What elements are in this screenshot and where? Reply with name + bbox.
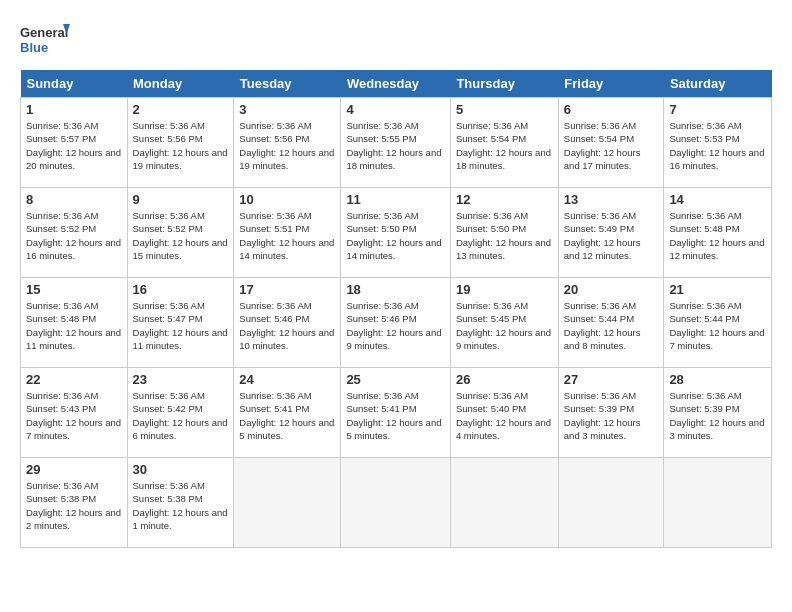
day-number: 21 — [669, 282, 766, 297]
day-info: Sunrise: 5:36 AMSunset: 5:39 PMDaylight:… — [669, 390, 764, 441]
calendar-cell: 4 Sunrise: 5:36 AMSunset: 5:55 PMDayligh… — [341, 98, 451, 188]
day-number: 20 — [564, 282, 659, 297]
logo: General Blue — [20, 20, 70, 60]
day-info: Sunrise: 5:36 AMSunset: 5:56 PMDaylight:… — [239, 120, 334, 171]
day-number: 14 — [669, 192, 766, 207]
calendar-cell: 9 Sunrise: 5:36 AMSunset: 5:52 PMDayligh… — [127, 188, 234, 278]
day-number: 18 — [346, 282, 445, 297]
header: General Blue — [20, 20, 772, 60]
day-info: Sunrise: 5:36 AMSunset: 5:41 PMDaylight:… — [239, 390, 334, 441]
weekday-header-thursday: Thursday — [450, 70, 558, 98]
day-number: 8 — [26, 192, 122, 207]
calendar-cell: 8 Sunrise: 5:36 AMSunset: 5:52 PMDayligh… — [21, 188, 128, 278]
day-number: 13 — [564, 192, 659, 207]
calendar-cell: 29 Sunrise: 5:36 AMSunset: 5:38 PMDaylig… — [21, 458, 128, 548]
day-number: 26 — [456, 372, 553, 387]
day-info: Sunrise: 5:36 AMSunset: 5:49 PMDaylight:… — [564, 210, 641, 261]
day-number: 9 — [133, 192, 229, 207]
day-info: Sunrise: 5:36 AMSunset: 5:51 PMDaylight:… — [239, 210, 334, 261]
day-info: Sunrise: 5:36 AMSunset: 5:44 PMDaylight:… — [564, 300, 641, 351]
day-info: Sunrise: 5:36 AMSunset: 5:54 PMDaylight:… — [456, 120, 551, 171]
calendar-cell: 28 Sunrise: 5:36 AMSunset: 5:39 PMDaylig… — [664, 368, 772, 458]
day-info: Sunrise: 5:36 AMSunset: 5:53 PMDaylight:… — [669, 120, 764, 171]
day-info: Sunrise: 5:36 AMSunset: 5:56 PMDaylight:… — [133, 120, 228, 171]
day-number: 22 — [26, 372, 122, 387]
day-number: 28 — [669, 372, 766, 387]
weekday-header-monday: Monday — [127, 70, 234, 98]
day-number: 30 — [133, 462, 229, 477]
calendar-cell: 3 Sunrise: 5:36 AMSunset: 5:56 PMDayligh… — [234, 98, 341, 188]
calendar-week-row: 15 Sunrise: 5:36 AMSunset: 5:48 PMDaylig… — [21, 278, 772, 368]
calendar-cell: 22 Sunrise: 5:36 AMSunset: 5:43 PMDaylig… — [21, 368, 128, 458]
day-info: Sunrise: 5:36 AMSunset: 5:42 PMDaylight:… — [133, 390, 228, 441]
calendar-cell: 18 Sunrise: 5:36 AMSunset: 5:46 PMDaylig… — [341, 278, 451, 368]
day-info: Sunrise: 5:36 AMSunset: 5:50 PMDaylight:… — [346, 210, 441, 261]
calendar-cell: 7 Sunrise: 5:36 AMSunset: 5:53 PMDayligh… — [664, 98, 772, 188]
day-number: 23 — [133, 372, 229, 387]
day-info: Sunrise: 5:36 AMSunset: 5:46 PMDaylight:… — [239, 300, 334, 351]
day-info: Sunrise: 5:36 AMSunset: 5:46 PMDaylight:… — [346, 300, 441, 351]
weekday-header-saturday: Saturday — [664, 70, 772, 98]
weekday-header-wednesday: Wednesday — [341, 70, 451, 98]
calendar-cell — [341, 458, 451, 548]
calendar-cell: 10 Sunrise: 5:36 AMSunset: 5:51 PMDaylig… — [234, 188, 341, 278]
day-info: Sunrise: 5:36 AMSunset: 5:54 PMDaylight:… — [564, 120, 641, 171]
day-number: 17 — [239, 282, 335, 297]
calendar-week-row: 29 Sunrise: 5:36 AMSunset: 5:38 PMDaylig… — [21, 458, 772, 548]
weekday-header-sunday: Sunday — [21, 70, 128, 98]
day-info: Sunrise: 5:36 AMSunset: 5:43 PMDaylight:… — [26, 390, 121, 441]
day-info: Sunrise: 5:36 AMSunset: 5:41 PMDaylight:… — [346, 390, 441, 441]
calendar-cell: 24 Sunrise: 5:36 AMSunset: 5:41 PMDaylig… — [234, 368, 341, 458]
calendar-cell: 11 Sunrise: 5:36 AMSunset: 5:50 PMDaylig… — [341, 188, 451, 278]
day-info: Sunrise: 5:36 AMSunset: 5:48 PMDaylight:… — [26, 300, 121, 351]
day-info: Sunrise: 5:36 AMSunset: 5:45 PMDaylight:… — [456, 300, 551, 351]
day-number: 5 — [456, 102, 553, 117]
day-number: 16 — [133, 282, 229, 297]
day-number: 12 — [456, 192, 553, 207]
weekday-header-row: SundayMondayTuesdayWednesdayThursdayFrid… — [21, 70, 772, 98]
calendar-cell: 23 Sunrise: 5:36 AMSunset: 5:42 PMDaylig… — [127, 368, 234, 458]
calendar-cell: 27 Sunrise: 5:36 AMSunset: 5:39 PMDaylig… — [558, 368, 664, 458]
calendar-cell: 14 Sunrise: 5:36 AMSunset: 5:48 PMDaylig… — [664, 188, 772, 278]
calendar-cell: 26 Sunrise: 5:36 AMSunset: 5:40 PMDaylig… — [450, 368, 558, 458]
calendar-cell: 19 Sunrise: 5:36 AMSunset: 5:45 PMDaylig… — [450, 278, 558, 368]
day-number: 4 — [346, 102, 445, 117]
day-number: 1 — [26, 102, 122, 117]
calendar-cell: 5 Sunrise: 5:36 AMSunset: 5:54 PMDayligh… — [450, 98, 558, 188]
calendar-cell — [234, 458, 341, 548]
calendar-cell: 15 Sunrise: 5:36 AMSunset: 5:48 PMDaylig… — [21, 278, 128, 368]
day-info: Sunrise: 5:36 AMSunset: 5:52 PMDaylight:… — [26, 210, 121, 261]
calendar-cell: 25 Sunrise: 5:36 AMSunset: 5:41 PMDaylig… — [341, 368, 451, 458]
svg-text:General: General — [20, 25, 68, 40]
calendar-cell: 1 Sunrise: 5:36 AMSunset: 5:57 PMDayligh… — [21, 98, 128, 188]
day-info: Sunrise: 5:36 AMSunset: 5:38 PMDaylight:… — [133, 480, 228, 531]
day-number: 10 — [239, 192, 335, 207]
calendar-cell: 6 Sunrise: 5:36 AMSunset: 5:54 PMDayligh… — [558, 98, 664, 188]
calendar-cell: 30 Sunrise: 5:36 AMSunset: 5:38 PMDaylig… — [127, 458, 234, 548]
day-info: Sunrise: 5:36 AMSunset: 5:47 PMDaylight:… — [133, 300, 228, 351]
day-info: Sunrise: 5:36 AMSunset: 5:50 PMDaylight:… — [456, 210, 551, 261]
calendar-week-row: 1 Sunrise: 5:36 AMSunset: 5:57 PMDayligh… — [21, 98, 772, 188]
day-info: Sunrise: 5:36 AMSunset: 5:57 PMDaylight:… — [26, 120, 121, 171]
day-info: Sunrise: 5:36 AMSunset: 5:40 PMDaylight:… — [456, 390, 551, 441]
day-number: 24 — [239, 372, 335, 387]
calendar-cell — [450, 458, 558, 548]
calendar-cell: 21 Sunrise: 5:36 AMSunset: 5:44 PMDaylig… — [664, 278, 772, 368]
day-info: Sunrise: 5:36 AMSunset: 5:39 PMDaylight:… — [564, 390, 641, 441]
weekday-header-friday: Friday — [558, 70, 664, 98]
day-number: 7 — [669, 102, 766, 117]
day-number: 2 — [133, 102, 229, 117]
calendar-cell: 2 Sunrise: 5:36 AMSunset: 5:56 PMDayligh… — [127, 98, 234, 188]
day-number: 27 — [564, 372, 659, 387]
calendar-cell: 12 Sunrise: 5:36 AMSunset: 5:50 PMDaylig… — [450, 188, 558, 278]
calendar-cell: 20 Sunrise: 5:36 AMSunset: 5:44 PMDaylig… — [558, 278, 664, 368]
day-number: 25 — [346, 372, 445, 387]
calendar-cell — [558, 458, 664, 548]
calendar-cell: 13 Sunrise: 5:36 AMSunset: 5:49 PMDaylig… — [558, 188, 664, 278]
day-info: Sunrise: 5:36 AMSunset: 5:48 PMDaylight:… — [669, 210, 764, 261]
logo-svg: General Blue — [20, 20, 70, 60]
day-number: 29 — [26, 462, 122, 477]
calendar-cell: 17 Sunrise: 5:36 AMSunset: 5:46 PMDaylig… — [234, 278, 341, 368]
calendar-cell — [664, 458, 772, 548]
day-info: Sunrise: 5:36 AMSunset: 5:52 PMDaylight:… — [133, 210, 228, 261]
